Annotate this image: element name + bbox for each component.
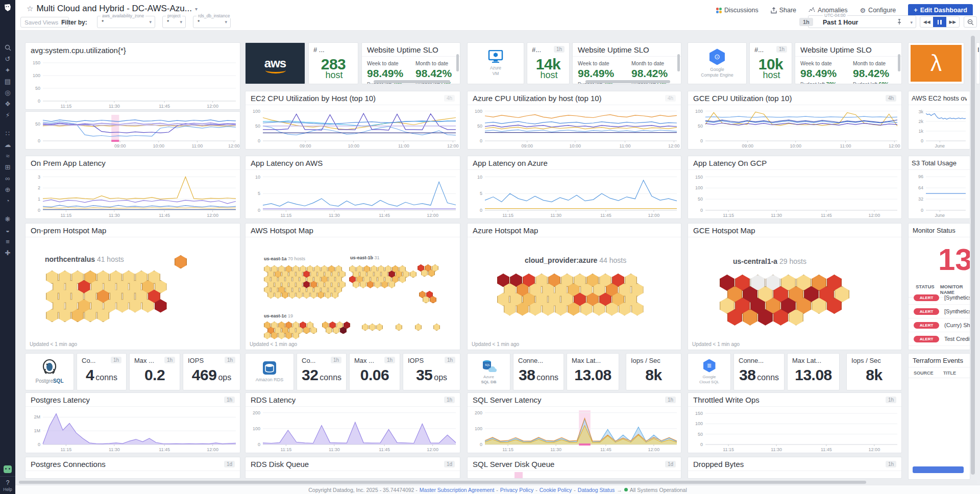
error-tracking-icon[interactable]: ❋ xyxy=(0,213,15,225)
time-range-picker[interactable]: UTC-04:00 Past 1 Hour ▾ xyxy=(808,15,916,28)
service-map-icon[interactable]: ∞ xyxy=(0,172,15,184)
ec2-cpu-chart[interactable]: 10050009:0010:0011:0012:00 xyxy=(246,106,460,149)
aws-hex-map[interactable] xyxy=(246,238,460,350)
widget-monitor-status[interactable]: Monitor Status 13 STATUSMONITOR NAME ALE… xyxy=(908,223,970,350)
widget-azure-cpu[interactable]: Azure CPU Utilization by host (top 10)4h… xyxy=(467,91,681,150)
monitor-row[interactable]: ALERT[Synthetics] W... xyxy=(909,291,970,305)
widget-onprem-latency[interactable]: On Prem App Latency 321011:1511:3011:451… xyxy=(25,156,240,219)
widget-slo-aws[interactable]: Website Uptime SLO Week to date98.49%Bud… xyxy=(361,42,460,84)
monitor-row[interactable]: ALERTService mode... xyxy=(909,346,970,350)
monitor-row[interactable]: ALERTTest Credit Ca... xyxy=(909,332,970,346)
widget-rds-latency[interactable]: RDS Latency1h 200100011:1511:3011:4512:0… xyxy=(245,392,460,453)
onprem-latency-chart[interactable]: 321011:1511:3011:4512:00 xyxy=(26,170,240,218)
cloud-security-icon[interactable]: ☁ xyxy=(0,139,15,150)
widget-azure-host-count[interactable]: #...1h 14k host xyxy=(527,42,570,84)
ai-assistant-icon[interactable]: ✦ xyxy=(0,64,15,76)
footer-link[interactable]: Privacy Policy xyxy=(500,487,533,493)
widget-scrollbar[interactable] xyxy=(898,54,900,71)
rds-latency-chart[interactable]: 200100011:1511:3011:4512:00 xyxy=(246,407,460,453)
widget-azure-sql-connections[interactable]: Conne... 38conns xyxy=(513,353,564,390)
widget-aws-host-count[interactable]: # ... 283 host xyxy=(308,42,358,84)
postgres-latency-chart[interactable]: 2M1M011:1511:3011:4512:00 xyxy=(26,407,240,453)
widget-rds-max-latency[interactable]: Max ...1h 0.06 xyxy=(349,353,400,390)
widget-sql-server-disk-queue[interactable]: SQL Server Disk Queue1d xyxy=(467,457,681,479)
widget-azure-sql-max-latency[interactable]: Max Lat... 13.08 xyxy=(567,353,619,390)
integrations-icon[interactable]: ✚ xyxy=(0,247,15,258)
widget-ec2-cpu[interactable]: EC2 CPU Utilization by Host (top 10)4h 1… xyxy=(245,91,460,150)
widget-pg-max-latency[interactable]: Max ...1h 0.2 xyxy=(129,353,180,390)
infrastructure-icon[interactable]: ❖ xyxy=(0,98,15,109)
widget-slo-azure[interactable]: Website Uptime SLO Week to date98.49%Bud… xyxy=(572,42,681,84)
widget-gce-hotspot[interactable]: GCE Hotspot Map us-central1-a 29 hosts U… xyxy=(688,223,902,350)
terraform-link-bar[interactable] xyxy=(913,466,964,473)
apm-icon[interactable]: ⚡ xyxy=(0,109,15,120)
datadog-logo[interactable] xyxy=(0,0,15,15)
user-avatar[interactable] xyxy=(4,465,12,473)
widget-cpu-utilization[interactable]: avg:system.cpu.utilization{*} 1501005001… xyxy=(25,42,240,110)
widget-rds-iops[interactable]: IOPS1h 35ops xyxy=(403,353,460,390)
footer-link[interactable]: Cookie Policy xyxy=(540,487,572,493)
filter-project[interactable]: project * ▾ xyxy=(162,16,186,28)
azure-hex-map[interactable] xyxy=(468,238,681,350)
widget-rds-connections[interactable]: Co...1h 32conns xyxy=(297,353,347,390)
aws-latency-chart[interactable]: 105011:1511:3011:4512:00 xyxy=(246,170,460,218)
widget-pg-connections[interactable]: Co...1h 4conns xyxy=(77,353,127,390)
widget-cloud-sql-max-latency[interactable]: Max Lat... 13.08 xyxy=(787,353,840,390)
vertical-scrollbar[interactable] xyxy=(971,36,975,475)
watchdog-icon[interactable]: ◎ xyxy=(0,87,15,98)
widget-cpu-utilization-hosts[interactable]: 50009:0010:0011:0012:00 xyxy=(25,111,240,150)
widget-scrollbar[interactable] xyxy=(677,54,680,71)
dashboard-title[interactable]: Multi Cloud and Hybrid - DC-AWS-Azu... xyxy=(36,4,192,14)
metrics-icon[interactable]: ▤ xyxy=(0,76,15,87)
edit-dashboard-button[interactable]: + Edit Dashboard xyxy=(908,4,973,16)
time-back-button[interactable]: ◀◀ xyxy=(920,17,933,27)
widget-aws-hotspot[interactable]: AWS Hotspot Map us-east-1a 70 hosts us-e… xyxy=(245,223,460,350)
synthetics-icon[interactable]: ◔ xyxy=(0,195,15,206)
widget-scrollbar[interactable] xyxy=(456,54,459,71)
search-icon[interactable] xyxy=(0,42,15,53)
time-pause-button[interactable] xyxy=(933,17,946,27)
onprem-hex-map[interactable] xyxy=(26,238,240,350)
s3-usage-chart[interactable]: 9664320June xyxy=(909,170,970,218)
timeframe-shortcut-badge[interactable]: 1h xyxy=(799,18,813,26)
widget-slo-gcp[interactable]: Website Uptime SLO Week to date98.49%Bud… xyxy=(795,42,902,84)
help-button[interactable]: ? Help xyxy=(0,476,15,492)
configure-button[interactable]: ⚙ Configure xyxy=(860,7,896,14)
widget-azure-sql-iops[interactable]: Iops / Sec 8k xyxy=(626,353,681,390)
widget-gce-cpu[interactable]: GCE CPU Utilization (top 10)4h 10050009:… xyxy=(688,91,902,150)
widget-scrollbar[interactable] xyxy=(585,80,670,83)
gce-hex-map[interactable] xyxy=(688,238,901,350)
zoom-out-button[interactable] xyxy=(964,16,977,28)
pin-icon[interactable] xyxy=(896,19,902,25)
gcp-latency-chart[interactable]: 15010050011:1511:3011:4512:00 xyxy=(688,170,901,218)
widget-scrollbar[interactable] xyxy=(374,80,450,83)
widget-aws-latency[interactable]: App Latency on AWS 105011:1511:3011:4512… xyxy=(245,156,460,219)
widget-rds-disk-queue[interactable]: RDS Disk Queue1d xyxy=(245,457,460,479)
share-button[interactable]: Share xyxy=(771,7,796,14)
discussions-button[interactable]: Discussions xyxy=(716,7,758,14)
horizontal-scrollbar[interactable] xyxy=(18,480,977,484)
software-catalog-icon[interactable]: ⊞ xyxy=(0,161,15,172)
slo-icon[interactable]: ◒ xyxy=(0,225,15,236)
widget-pg-iops[interactable]: IOPS1h 469ops xyxy=(183,353,240,390)
widget-s3-usage[interactable]: S3 Total Usage 9664320June xyxy=(908,156,970,219)
ec2-hosts-chart[interactable]: 3k2k1k0June xyxy=(909,106,970,149)
widget-postgres-connections[interactable]: Postgres Connections1d xyxy=(25,457,240,479)
favorite-star-icon[interactable]: ☆ xyxy=(27,4,33,13)
history-icon[interactable]: ↺ xyxy=(0,53,15,64)
widget-azure-hotspot[interactable]: Azure Hotspot Map cloud_provider:azure 4… xyxy=(467,223,681,350)
azure-cpu-chart[interactable]: 10050009:0010:0011:0012:00 xyxy=(468,106,681,149)
throttled-write-ops-chart[interactable]: 15010050011:1511:3011:4512:00 xyxy=(688,407,901,453)
widget-sql-server-latency[interactable]: SQL Server Latency1h 200100011:1511:3011… xyxy=(467,392,681,453)
widget-throttled-write-ops[interactable]: Throttled Write Ops1h 15010050011:1511:3… xyxy=(688,392,902,453)
widget-dropped-bytes[interactable]: Dropped Bytes1h xyxy=(688,457,902,479)
widget-onprem-hotspot[interactable]: On-prem Hotspot Map northcentralus 41 ho… xyxy=(25,223,240,350)
cpu-utilization-chart[interactable]: 15010050011:1511:3011:4512:00 xyxy=(26,57,240,109)
filter-rds-db-instance[interactable]: rds_db_instance * ▾ xyxy=(193,16,231,28)
sql-server-latency-chart[interactable]: 200100011:1511:3011:4512:00 xyxy=(468,407,681,453)
monitor-row[interactable]: ALERT(Curry) Shopi... xyxy=(909,318,970,332)
service-management-icon[interactable]: ∷ xyxy=(0,128,15,139)
widget-cloud-sql-iops[interactable]: Iops / Sec 8k xyxy=(846,353,902,390)
time-forward-button[interactable]: ▶▶ xyxy=(946,17,959,27)
widget-terraform-events[interactable]: Terraform Events SOURCETITLE xyxy=(908,353,970,480)
